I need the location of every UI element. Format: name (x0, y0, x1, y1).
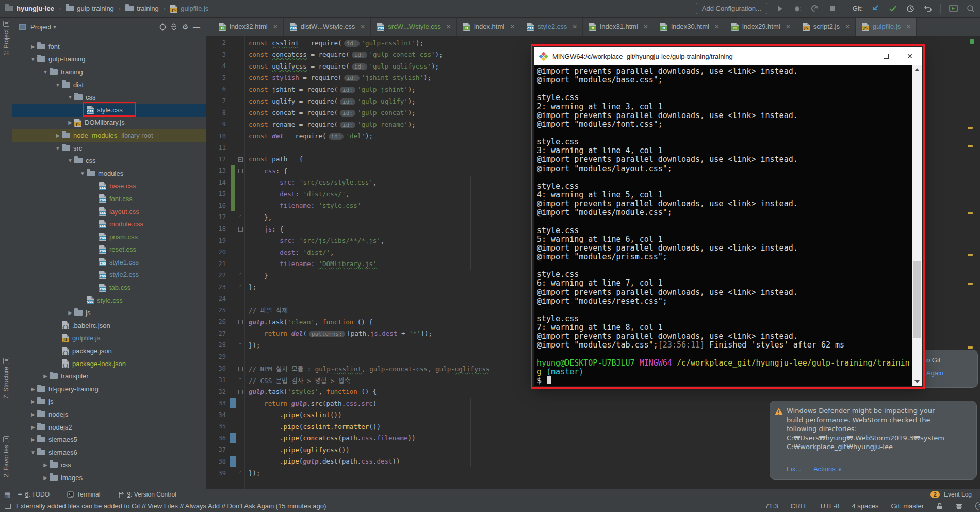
tab-close-icon[interactable]: ✕ (714, 23, 720, 30)
tree-toggle-icon[interactable]: ▶ (29, 411, 37, 417)
tree-toggle-icon[interactable]: ▼ (66, 94, 74, 100)
tab-close-icon[interactable]: ✕ (273, 23, 278, 30)
fold-icon[interactable]: − (236, 157, 244, 162)
fold-icon[interactable]: − (236, 168, 244, 173)
fold-icon[interactable]: − (236, 366, 244, 371)
tree-item-reset-css[interactable]: cssreset.css (12, 243, 206, 256)
tool-window-switcher-icon[interactable]: ▦ (4, 491, 10, 499)
tree-item-src[interactable]: ▼src (12, 142, 206, 155)
breadcrumb-item[interactable]: training (125, 5, 159, 12)
tree-item-prism-css[interactable]: cssprism.css (12, 230, 206, 243)
stripe-project-button[interactable]: 1: Project (0, 21, 12, 56)
tree-toggle-icon[interactable]: ▶ (66, 310, 74, 316)
tree-item-package-json[interactable]: {}package.json (12, 344, 206, 357)
stripe-structure-button[interactable]: 7: Structure (0, 358, 12, 399)
unlock-icon[interactable] (936, 503, 943, 510)
tree-item-dist[interactable]: ▼dist (12, 78, 206, 91)
breadcrumb-item[interactable]: gulp-training (66, 5, 114, 12)
tree-item-style2-css[interactable]: cssstyle2.css (12, 269, 206, 282)
tree-item-domlibrary-js[interactable]: ▶JSDOMlibrary.js (12, 117, 206, 129)
minimize-button[interactable]: — (851, 47, 874, 65)
error-stripe-mark[interactable] (968, 254, 973, 256)
tree-item-css[interactable]: ▼css (12, 91, 206, 104)
stripe-favorites-button[interactable]: 2: Favorites (0, 436, 12, 477)
error-stripe-mark[interactable] (968, 283, 973, 285)
tree-item-nodejs[interactable]: ▶nodejs (12, 408, 206, 421)
scrollbar-thumb[interactable] (913, 261, 921, 338)
editor-tab[interactable]: csssrc₩...₩style.css✕ (371, 18, 457, 36)
hide-panel-icon[interactable]: — (191, 22, 202, 32)
add-configuration-button[interactable]: Add Configuration... (696, 3, 767, 14)
fix-link[interactable]: Fix... (787, 465, 801, 473)
editor-tab[interactable]: Hindex32.html✕ (213, 18, 284, 36)
scroll-up-icon[interactable] (912, 65, 922, 74)
tree-item-font[interactable]: ▶font (12, 40, 206, 53)
terminal-output[interactable]: @import prevents parallel downloads, use… (534, 65, 922, 386)
fold-icon[interactable]: − (236, 319, 244, 324)
debug-icon[interactable] (792, 4, 803, 14)
editor-tab-active[interactable]: JSgulpfile.js✕ (856, 18, 917, 36)
search-icon[interactable] (966, 4, 976, 14)
tree-item-style-css[interactable]: cssstyle.css (12, 104, 206, 117)
git-rollback-icon[interactable] (923, 4, 933, 14)
tree-item-module-css[interactable]: cssmodule.css (12, 218, 206, 230)
tree-item-style1-css[interactable]: cssstyle1.css (12, 256, 206, 269)
tree-item-package-lock-json[interactable]: {}package-lock.json (12, 357, 206, 370)
tree-item-layout-css[interactable]: csslayout.css (12, 205, 206, 218)
locate-file-icon[interactable] (157, 22, 168, 32)
tree-item-images[interactable]: ▶images (12, 471, 206, 484)
tree-item-font-css[interactable]: cssfont.css (12, 192, 206, 205)
tree-item-transpiler[interactable]: ▶transpiler (12, 370, 206, 383)
status-line-ending[interactable]: CRLF (791, 502, 808, 510)
inspection-status-icon[interactable] (970, 39, 974, 44)
project-view-selector[interactable]: Project (30, 23, 51, 31)
status-encoding[interactable]: UTF-8 (821, 502, 840, 510)
tab-close-icon[interactable]: ✕ (845, 23, 850, 30)
tree-toggle-icon[interactable]: ▶ (29, 399, 37, 404)
gear-icon[interactable]: ⚙ (179, 22, 191, 32)
tab-close-icon[interactable]: ✕ (643, 23, 648, 30)
editor-tab[interactable]: cssdist₩...₩style.css✕ (284, 18, 371, 36)
terminal-title-bar[interactable]: MINGW64:/c/workplace_git/hyungju-lee/gul… (534, 47, 922, 65)
tree-toggle-icon[interactable]: ▼ (29, 56, 37, 62)
toolwindow-terminal-button[interactable]: >_Terminal (67, 490, 100, 499)
git-history-icon[interactable] (905, 4, 916, 14)
tree-item-node-modules[interactable]: ▶node_moduleslibrary root (12, 129, 206, 142)
fold-icon[interactable]: − (236, 226, 244, 232)
tree-item-hl-jquery-training[interactable]: ▶hl-jquery-training (12, 383, 206, 395)
tree-item-modules[interactable]: ▼modules (12, 167, 206, 180)
run-anything-icon[interactable] (948, 4, 958, 14)
editor-tab[interactable]: Hindex.html✕ (457, 18, 520, 36)
breadcrumb-item-file[interactable]: JSgulpfile.js (170, 5, 208, 13)
tab-close-icon[interactable]: ✕ (446, 23, 451, 30)
tree-toggle-icon[interactable]: ▼ (54, 145, 62, 151)
tree-item-training[interactable]: ▼training (12, 65, 206, 78)
tab-close-icon[interactable]: ✕ (510, 23, 515, 30)
tree-toggle-icon[interactable]: ▶ (29, 437, 37, 442)
tab-close-icon[interactable]: ✕ (360, 23, 365, 30)
terminal-scrollbar[interactable] (912, 65, 922, 386)
fold-icon[interactable]: ⌃ (236, 471, 244, 476)
breadcrumb-item[interactable]: hyungju-lee (5, 5, 54, 12)
tree-item-js[interactable]: ▶js (12, 395, 206, 408)
editor-tab[interactable]: JSscript2.js✕ (796, 18, 856, 36)
editor-tab[interactable]: cssstyle2.css✕ (520, 18, 583, 36)
fold-icon[interactable]: ⌃ (236, 214, 244, 220)
toolwindow-versioncontrol-button[interactable]: 9: Version Control (118, 490, 176, 499)
close-button[interactable]: ✕ (898, 47, 922, 65)
tree-toggle-icon[interactable]: ▶ (54, 133, 62, 138)
status-caret-position[interactable]: 71:3 (765, 502, 778, 510)
git-update-icon[interactable] (870, 4, 880, 14)
error-stripe-mark[interactable] (968, 212, 973, 214)
tree-item-gulp-training[interactable]: ▼gulp-training (12, 53, 206, 66)
tree-item-base-css[interactable]: cssbase.css (12, 180, 206, 193)
toolwindow-todo-button[interactable]: ≡6: TODO (18, 490, 50, 499)
tree-toggle-icon[interactable]: ▶ (66, 120, 74, 125)
tree-toggle-icon[interactable]: ▼ (29, 450, 37, 455)
event-log-button[interactable]: 2 Event Log (930, 491, 980, 498)
maximize-button[interactable] (874, 47, 898, 65)
tree-item--babelrc-json[interactable]: {}.babelrc.json (12, 319, 206, 332)
tree-toggle-icon[interactable]: ▶ (29, 44, 37, 49)
status-message[interactable]: Externally added files can be added to G… (16, 502, 326, 510)
tree-toggle-icon[interactable]: ▶ (29, 386, 37, 392)
